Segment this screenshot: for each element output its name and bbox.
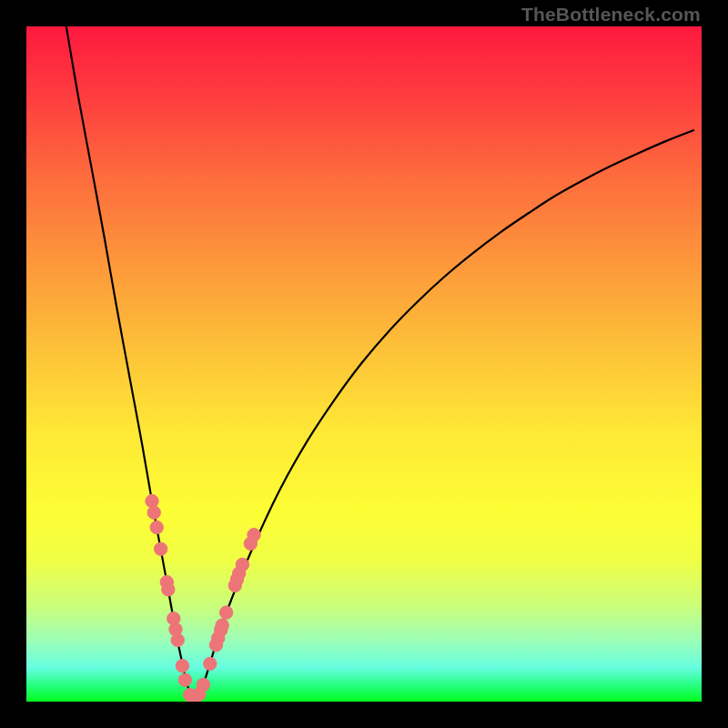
data-marker bbox=[248, 529, 260, 541]
data-marker bbox=[216, 619, 228, 632]
plot-area bbox=[26, 26, 702, 702]
data-marker bbox=[171, 633, 184, 646]
data-marker bbox=[162, 583, 175, 596]
data-marker bbox=[204, 657, 217, 670]
outer-frame: TheBottleneck.com bbox=[0, 0, 728, 728]
data-marker bbox=[154, 542, 167, 555]
plot-svg bbox=[26, 26, 702, 702]
data-marker bbox=[236, 558, 248, 571]
data-marker bbox=[146, 494, 158, 507]
data-marker bbox=[178, 673, 191, 686]
data-marker bbox=[197, 678, 209, 691]
data-marker bbox=[147, 506, 160, 519]
data-marker bbox=[150, 521, 163, 533]
data-marker bbox=[219, 606, 232, 619]
data-marker bbox=[176, 659, 188, 672]
watermark-text: TheBottleneck.com bbox=[521, 4, 701, 25]
